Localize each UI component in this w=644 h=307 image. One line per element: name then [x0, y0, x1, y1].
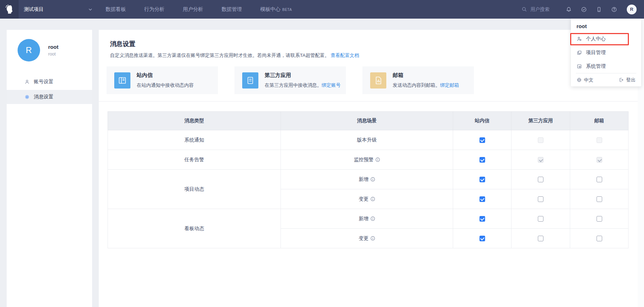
- table-header-row: 消息类型 消息场景 站内信 第三方应用 邮箱: [108, 112, 629, 130]
- gear-icon: [24, 94, 30, 100]
- project-name: 测试项目: [24, 6, 44, 13]
- col-header-third-party: 第三方应用: [511, 112, 570, 130]
- checkbox-email: [597, 137, 602, 143]
- bell-icon[interactable]: [566, 6, 572, 13]
- menu-footer: 中文 登出: [571, 73, 641, 86]
- col-header-message-scene: 消息场景: [281, 112, 453, 130]
- profile-name: root: [48, 43, 58, 51]
- channel-card-third-party: 第三方应用 在第三方应用中接收消息。绑定账号: [234, 66, 346, 94]
- globe-icon: [577, 77, 582, 83]
- type-cell: 项目动态: [108, 170, 281, 209]
- section-divider: [99, 101, 644, 102]
- checkbox-email[interactable]: [597, 216, 602, 222]
- checkbox-email[interactable]: [597, 177, 602, 182]
- menu-item-personal-center[interactable]: 个人中心: [571, 32, 641, 46]
- checkbox-inbox[interactable]: [479, 236, 485, 241]
- checkbox-third-party[interactable]: [538, 216, 543, 222]
- user-search[interactable]: 用户搜索: [521, 6, 549, 13]
- language-switcher[interactable]: 中文: [577, 77, 593, 83]
- col-header-message-type: 消息类型: [108, 112, 281, 130]
- search-placeholder: 用户搜索: [530, 6, 549, 13]
- help-icon[interactable]: [611, 6, 617, 13]
- app-logo[interactable]: [0, 0, 19, 19]
- type-cell: 看板动态: [108, 209, 281, 248]
- nav-item-data-management[interactable]: 数据管理: [221, 6, 242, 13]
- dropdown-username: root: [571, 19, 641, 32]
- checkbox-third-party: [538, 157, 543, 163]
- navbar-right: 用户搜索 R: [521, 5, 637, 14]
- channel-cards: 站内信 在站内通知中接收动态内容 第三方应用 在第三方应用中接收消息。绑定账号 …: [107, 66, 474, 94]
- info-icon[interactable]: [371, 216, 375, 221]
- nav-item-behavior-analysis[interactable]: 行为分析: [144, 6, 165, 13]
- sidebar-menu: 账号设置 消息设置: [7, 75, 92, 105]
- col-header-email: 邮箱: [570, 112, 629, 130]
- info-icon[interactable]: [371, 177, 375, 182]
- view-docs-link[interactable]: 查看配置文档: [331, 53, 359, 58]
- type-cell: 系统通知: [108, 130, 281, 150]
- page-description: 自定义消息推送渠道。第三方渠道仅在账号绑定第三方应用时才生效。若尚未开通，请联系…: [110, 52, 359, 59]
- settings-sidebar: R root root 账号设置 消息设置: [7, 30, 92, 307]
- bind-account-link[interactable]: 绑定账号: [322, 83, 341, 88]
- nav-item-user-analysis[interactable]: 用户分析: [183, 6, 203, 13]
- navbar-icons: [566, 6, 617, 13]
- logout-button[interactable]: 登出: [619, 77, 636, 83]
- table-row: 任务告警 监控预警: [108, 150, 629, 170]
- channel-card-inbox: 站内信 在站内通知中接收动态内容: [107, 66, 218, 94]
- checkbox-inbox[interactable]: [479, 157, 485, 163]
- scene-cell: 版本升级: [281, 130, 453, 150]
- col-header-inbox: 站内信: [453, 112, 511, 130]
- profile-subtitle: root: [48, 51, 58, 58]
- info-icon[interactable]: [371, 236, 375, 241]
- checkbox-third-party: [538, 137, 543, 143]
- scene-cell: 监控预警: [281, 150, 453, 170]
- checkbox-inbox[interactable]: [479, 196, 485, 202]
- checkbox-inbox[interactable]: [479, 216, 485, 222]
- checkbox-email: [597, 157, 602, 163]
- info-icon[interactable]: [375, 157, 380, 162]
- menu-item-project-management[interactable]: 项目管理: [571, 46, 641, 59]
- mail-doc-icon: [370, 72, 386, 89]
- project-switcher[interactable]: 测试项目: [24, 6, 93, 13]
- scene-cell: 变更: [281, 189, 453, 209]
- user-avatar[interactable]: R: [627, 5, 637, 14]
- checkbox-third-party[interactable]: [538, 177, 543, 182]
- bind-email-link[interactable]: 绑定邮箱: [440, 83, 459, 88]
- task-status-icon[interactable]: [581, 6, 587, 13]
- top-navbar: 测试项目 数据看板 行为分析 用户分析 数据管理 模板中心 BETA 用户搜索: [0, 0, 644, 19]
- checkbox-inbox[interactable]: [479, 137, 485, 143]
- nav-item-dashboards[interactable]: 数据看板: [105, 6, 126, 13]
- page-title: 消息设置: [110, 40, 135, 48]
- table-row: 项目动态 新增: [108, 170, 629, 189]
- top-nav-menu: 数据看板 行为分析 用户分析 数据管理 模板中心 BETA: [105, 6, 292, 13]
- scene-cell: 新增: [281, 209, 453, 229]
- checkbox-email[interactable]: [597, 196, 602, 202]
- message-settings-table: 消息类型 消息场景 站内信 第三方应用 邮箱 系统通知 版本升级 任务告警 监控…: [108, 111, 629, 248]
- user-icon: [24, 79, 30, 85]
- scene-cell: 变更: [281, 229, 453, 248]
- table-row: 看板动态 新增: [108, 209, 629, 229]
- user-gear-icon: [577, 36, 582, 42]
- avatar: R: [18, 39, 40, 61]
- scene-cell: 新增: [281, 170, 453, 189]
- checkbox-third-party[interactable]: [538, 196, 543, 202]
- table-row: 系统通知 版本升级: [108, 130, 629, 150]
- beta-badge: BETA: [282, 8, 292, 12]
- logout-icon: [619, 77, 624, 83]
- checkbox-email[interactable]: [597, 236, 602, 241]
- channel-card-email: 邮箱 发送动态内容到邮箱。绑定邮箱: [362, 66, 474, 94]
- search-icon: [521, 6, 527, 12]
- brand-head-icon: [4, 4, 15, 15]
- type-cell: 任务告警: [108, 150, 281, 170]
- mobile-icon[interactable]: [596, 6, 602, 13]
- checkbox-third-party[interactable]: [538, 236, 543, 241]
- nav-item-template-center[interactable]: 模板中心 BETA: [260, 6, 292, 13]
- checkbox-inbox[interactable]: [479, 177, 485, 182]
- sidebar-item-message-settings[interactable]: 消息设置: [7, 90, 92, 104]
- system-gear-icon: [577, 64, 582, 69]
- profile-summary: R root root: [18, 39, 58, 61]
- menu-item-system-management[interactable]: 系统管理: [571, 59, 641, 73]
- sidebar-item-account-settings[interactable]: 账号设置: [7, 75, 92, 89]
- message-settings-panel: 消息设置 自定义消息推送渠道。第三方渠道仅在账号绑定第三方应用时才生效。若尚未开…: [99, 30, 644, 307]
- inbox-panel-icon: [114, 72, 130, 89]
- info-icon[interactable]: [371, 197, 375, 201]
